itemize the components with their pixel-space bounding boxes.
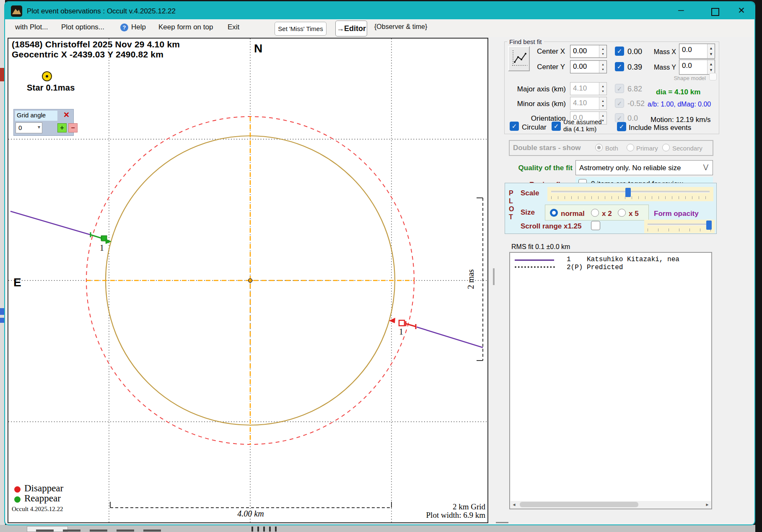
form-opacity-slider-thumb[interactable] [706, 221, 712, 230]
include-miss-label: Include Miss events [629, 124, 691, 132]
occult-version: Occult 4.2025.12.22 [12, 506, 63, 513]
grid-angle-minus-button[interactable]: − [68, 123, 78, 132]
help-icon: ? [120, 23, 128, 31]
center-y-field[interactable]: 0.00 ▲▼ [570, 60, 607, 73]
double-stars-both-radio [595, 144, 603, 151]
legend-reappear: Reappear [24, 493, 61, 504]
plot-title-line2: Geocentric X -2439.03 Y 2490.82 km [12, 49, 163, 60]
grid-angle-close-icon[interactable]: ✕ [63, 110, 70, 119]
observer-row[interactable]: 2(P) Predicted [510, 261, 711, 270]
observer-time-label: {Observer & time} [374, 23, 427, 31]
size-label: Size [521, 208, 535, 217]
size-x2-radio[interactable] [591, 209, 599, 217]
spinner-icon[interactable]: ▲▼ [599, 45, 606, 57]
major-axis-fit-value: 6.82 [627, 85, 642, 93]
find-best-fit-label: Find best fit [507, 38, 544, 45]
center-y-checkbox[interactable]: ✓ [615, 62, 624, 71]
spinner-icon[interactable]: ▲▼ [707, 60, 715, 74]
orientation-checkbox: ✓ [615, 113, 624, 122]
major-axis-label: Major axis (km) [507, 85, 566, 93]
center-x-field[interactable]: 0.00 ▲▼ [570, 45, 607, 58]
background-app-blue-1 [0, 308, 4, 315]
menu-help[interactable]: Help [131, 23, 146, 31]
chord-label-right: 1 [399, 327, 403, 337]
maximize-icon[interactable] [711, 8, 719, 16]
scrollbar-left-icon[interactable]: ◄ [511, 501, 518, 508]
double-stars-primary-radio [627, 144, 634, 151]
occultation-plot-svg [8, 39, 487, 522]
grid-angle-panel: Grid angle ✕ 0 ▾ + − [13, 109, 74, 136]
east-label: E [13, 276, 21, 289]
scale-slider-thumb[interactable] [625, 188, 631, 197]
plot-width-note: Plot width: 6.9 km [409, 511, 485, 520]
use-assumed-dia-label: Use assumed dia (4.1 km) [563, 118, 602, 132]
quality-select[interactable]: Astrometry only. No reliable size ⋁ [575, 160, 713, 175]
star-icon [42, 71, 52, 81]
double-stars-label: Double stars - show [513, 144, 581, 152]
spinner-icon[interactable]: ▲▼ [599, 61, 606, 73]
shape-model-label: Shape model [670, 75, 706, 81]
use-assumed-dia-checkbox[interactable]: ✓ [552, 122, 561, 131]
circular-checkbox[interactable]: ✓ [510, 122, 519, 131]
size-normal-radio[interactable] [550, 209, 558, 217]
spinner-icon[interactable]: ▲▼ [707, 44, 715, 58]
window-resize-grip[interactable] [496, 522, 508, 523]
observer-row[interactable]: 1 Katsuhiko Kitazaki, nea [510, 253, 711, 261]
grid-angle-label: Grid angle [15, 111, 57, 121]
size-x5-radio[interactable] [618, 209, 626, 217]
close-icon[interactable]: ✕ [734, 6, 749, 16]
plot-letter-l: L [509, 197, 513, 205]
scroll-range-checkbox[interactable] [591, 221, 600, 230]
grid-angle-value: 0 [18, 124, 22, 131]
observer-list-scrollbar[interactable]: ◄ ► [511, 501, 711, 508]
center-y-fit-value: 0.39 [627, 63, 642, 72]
menu-exit[interactable]: Exit [228, 23, 239, 31]
editor-button[interactable]: →Editor [335, 21, 367, 36]
scale-slider[interactable] [547, 187, 713, 201]
center-x-label: Center X [516, 47, 565, 56]
background-app-blue-2 [0, 318, 4, 323]
form-opacity-slider[interactable] [644, 220, 715, 233]
mass-x-field[interactable]: 0.0 ▲▼ [679, 44, 715, 59]
major-axis-field: 4.10 ▲▼ [570, 82, 607, 95]
scrollbar-thumb[interactable] [520, 502, 638, 507]
north-label: N [250, 42, 267, 55]
include-miss-checkbox[interactable]: ✓ [617, 122, 626, 131]
grid-angle-select[interactable]: 0 ▾ [16, 122, 42, 133]
menu-keep-form-on-top[interactable]: Keep form on top [158, 23, 213, 31]
chevron-down-icon: ⋁ [703, 163, 708, 171]
size-x2-label: x 2 [602, 210, 612, 218]
chevron-down-icon: ▾ [38, 124, 40, 130]
minimize-icon[interactable]: ─ [674, 6, 688, 16]
spinner-icon: ▲▼ [599, 83, 606, 95]
chord-label-left: 1 [100, 243, 104, 253]
chord-segment-right [417, 327, 483, 348]
mass-y-field[interactable]: 0.0 ▲▼ [679, 60, 715, 75]
form-opacity-label: Form opacity [654, 210, 699, 218]
circular-label: Circular [522, 123, 547, 132]
h-scale-label: 4.00 km [225, 509, 276, 519]
center-x-fit-value: 0.00 [627, 47, 642, 56]
quality-label: Quality of the fit [505, 164, 573, 172]
rms-fit-label: RMS fit 0.1 ±0.0 km [511, 243, 570, 251]
shape-model-checkbox[interactable] [709, 73, 717, 80]
minor-axis-label: Minor axis (km) [507, 100, 566, 108]
menu-plot-options[interactable]: Plot options... [61, 23, 104, 31]
mass-x-label: Mass X [648, 48, 676, 56]
scrollbar-right-icon[interactable]: ► [704, 501, 711, 508]
menu-with-plot[interactable]: with Plot... [15, 23, 48, 31]
double-stars-secondary-label: Secondary [672, 145, 702, 152]
double-stars-primary-label: Primary [636, 145, 658, 152]
size-normal-label: normal [561, 210, 585, 218]
background-window-text-fragment [36, 529, 162, 532]
center-x-checkbox[interactable]: ✓ [615, 47, 624, 56]
orientation-fit-value: 0.0 [627, 114, 638, 123]
grid-angle-plus-button[interactable]: + [57, 123, 67, 132]
observer-listbox[interactable]: 1 Katsuhiko Kitazaki, nea 2(P) Predicted… [509, 252, 712, 509]
splitter-handle[interactable] [493, 268, 495, 285]
scale-label: Scale [521, 189, 539, 197]
set-miss-times-button[interactable]: Set 'Miss' Times [275, 22, 327, 36]
desktop-right-strip [755, 0, 762, 532]
axis-ratio-note: a/b: 1.00, dMag: 0.00 [648, 101, 711, 108]
mountain-icon [11, 5, 22, 17]
